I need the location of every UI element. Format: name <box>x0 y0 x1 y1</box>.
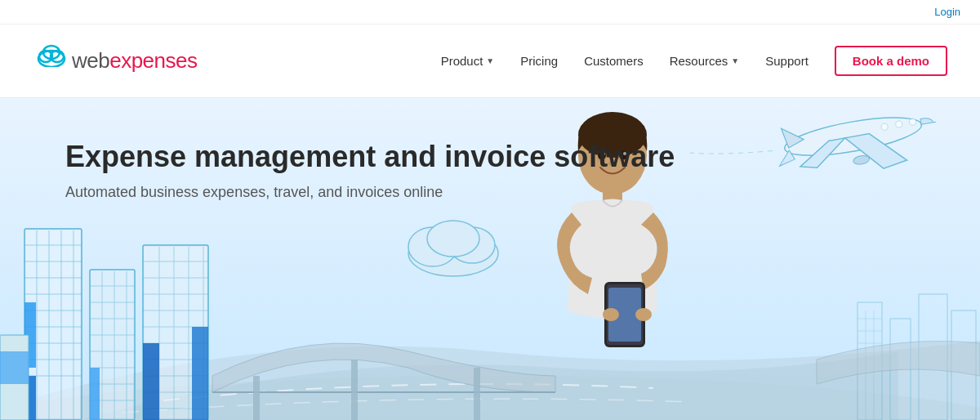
nav-pricing[interactable]: Pricing <box>520 54 558 68</box>
logo[interactable]: webexpenses <box>33 44 198 78</box>
svg-point-91 <box>603 308 619 321</box>
nav-support[interactable]: Support <box>765 54 808 68</box>
resources-chevron-icon: ▼ <box>731 56 739 65</box>
svg-rect-58 <box>351 360 358 420</box>
svg-point-63 <box>427 221 479 257</box>
nav-product[interactable]: Product ▼ <box>441 54 495 68</box>
svg-rect-57 <box>253 376 260 420</box>
nav-customers[interactable]: Customers <box>584 54 644 68</box>
svg-rect-56 <box>0 351 29 384</box>
hero-text-container: Expense management and invoice software … <box>65 139 675 201</box>
svg-rect-54 <box>192 327 208 420</box>
svg-point-92 <box>635 308 652 321</box>
hero-subtitle: Automated business expenses, travel, and… <box>65 184 675 201</box>
book-demo-button[interactable]: Book a demo <box>835 46 947 76</box>
top-bar: Login <box>0 0 980 25</box>
logo-text: webexpenses <box>72 48 198 74</box>
hero-section: Expense management and invoice software … <box>0 98 980 420</box>
svg-rect-53 <box>143 343 159 420</box>
svg-rect-36 <box>90 368 100 420</box>
header: webexpenses Product ▼ Pricing Customers … <box>0 25 980 98</box>
hero-title: Expense management and invoice software <box>65 139 675 174</box>
cloud-icon <box>36 44 67 67</box>
nav-resources[interactable]: Resources ▼ <box>670 54 740 68</box>
product-chevron-icon: ▼ <box>486 56 494 65</box>
login-link[interactable]: Login <box>934 6 960 18</box>
main-nav: Product ▼ Pricing Customers Resources ▼ … <box>441 46 947 76</box>
svg-rect-59 <box>474 368 480 420</box>
